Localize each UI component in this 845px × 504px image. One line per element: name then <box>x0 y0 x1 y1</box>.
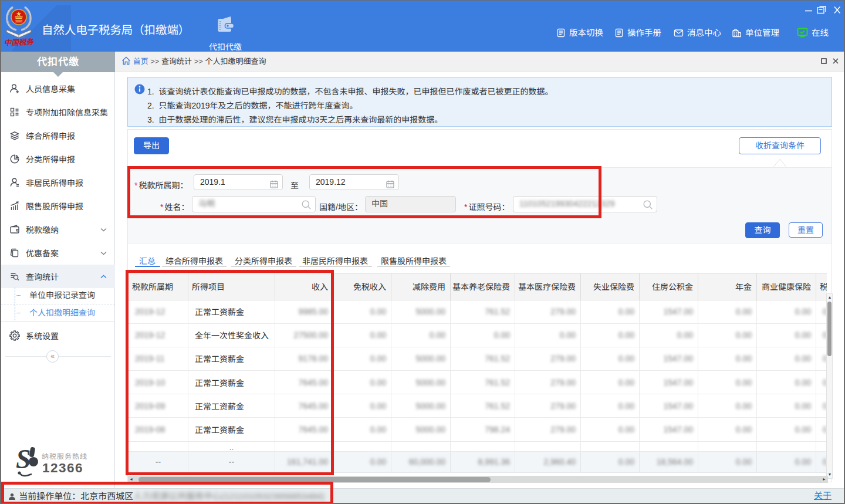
svg-text:S: S <box>16 446 31 474</box>
svg-text:中国税务: 中国税务 <box>4 36 35 48</box>
